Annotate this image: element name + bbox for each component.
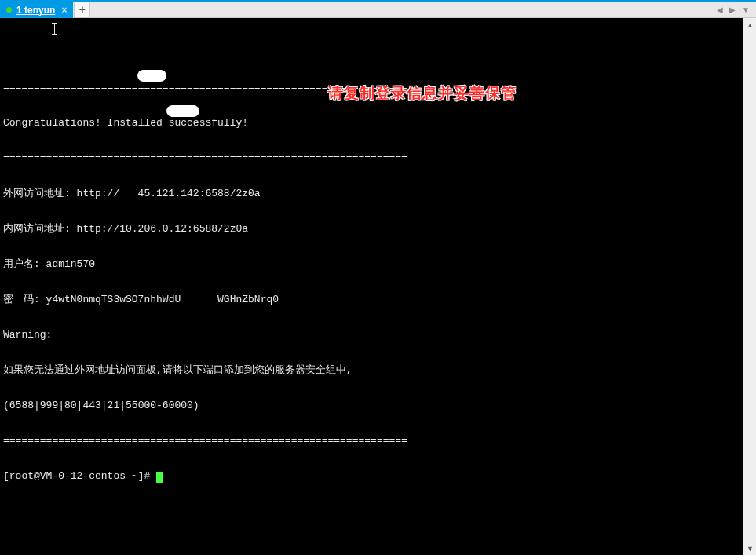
tab-nav-controls: ◀ ▶ ▼ bbox=[717, 2, 756, 17]
text-caret-icon bbox=[52, 23, 57, 35]
terminal-line: 内网访问地址: http://10.206.0.12:6588/2z0a bbox=[3, 223, 740, 235]
terminal-line: 密 码: y4wtN0nmqTS3wSO7nhhWdU WGHnZbNrq0 bbox=[3, 294, 740, 305]
terminal-line: 如果您无法通过外网地址访问面板,请将以下端口添加到您的服务器安全组中, bbox=[3, 364, 740, 376]
close-icon[interactable]: × bbox=[60, 5, 68, 15]
terminal-line: ========================================… bbox=[3, 435, 740, 447]
tab-nav-left-icon[interactable]: ◀ bbox=[717, 5, 723, 14]
tab-nav-right-icon[interactable]: ▶ bbox=[729, 5, 736, 14]
redaction-block bbox=[166, 105, 199, 117]
terminal-output[interactable]: ========================================… bbox=[0, 18, 743, 555]
terminal-area: ========================================… bbox=[0, 18, 756, 555]
scroll-up-icon[interactable]: ▲ bbox=[743, 18, 756, 31]
scroll-down-icon[interactable]: ▼ bbox=[743, 542, 756, 555]
terminal-line: (6588|999|80|443|21|55000-60000) bbox=[3, 400, 740, 411]
tab-label: 1 tenyun bbox=[16, 5, 55, 16]
terminal-line: 用户名: admin570 bbox=[3, 258, 740, 270]
session-tab-1[interactable]: 1 tenyun × bbox=[0, 2, 73, 18]
terminal-line: Congratulations! Installed successfully! bbox=[3, 117, 740, 129]
new-tab-button[interactable]: + bbox=[74, 2, 90, 18]
cursor-icon bbox=[156, 472, 163, 483]
status-dot-icon bbox=[6, 7, 12, 13]
terminal-line: ========================================… bbox=[3, 152, 740, 164]
terminal-prompt: [root@VM-0-12-centos ~]# bbox=[3, 470, 156, 482]
terminal-prompt-line: [root@VM-0-12-centos ~]# bbox=[3, 470, 740, 482]
terminal-line: ========================================… bbox=[3, 82, 740, 93]
tab-menu-icon[interactable]: ▼ bbox=[742, 5, 750, 14]
tab-bar: 1 tenyun × + ◀ ▶ ▼ bbox=[0, 2, 756, 18]
terminal-line: Warning: bbox=[3, 329, 740, 341]
vertical-scrollbar[interactable]: ▲ ▼ bbox=[743, 18, 756, 555]
terminal-line: 外网访问地址: http:// 45.121.142:6588/2z0a bbox=[3, 188, 740, 199]
redaction-block bbox=[137, 70, 166, 82]
